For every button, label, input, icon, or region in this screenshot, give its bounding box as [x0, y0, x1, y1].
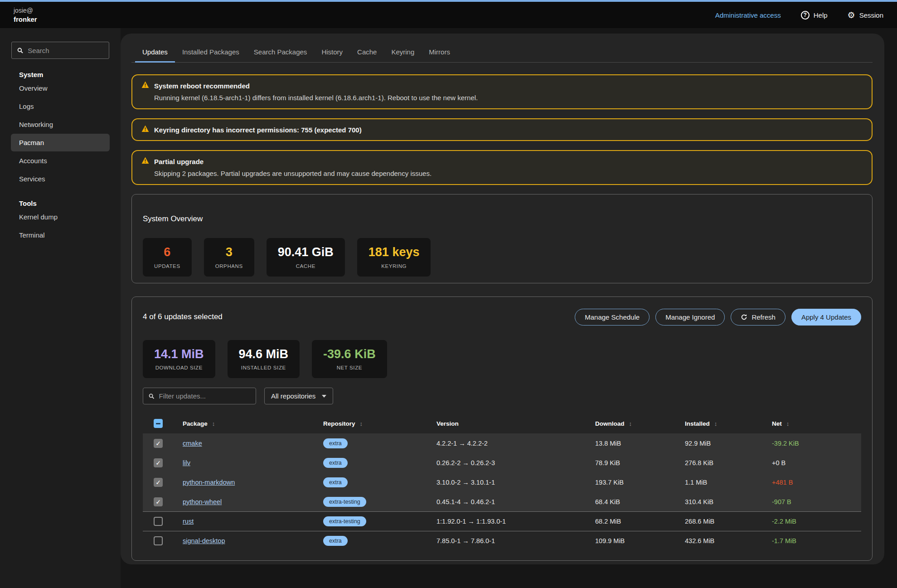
help-label: Help — [814, 11, 828, 19]
sidebar-item-accounts[interactable]: Accounts — [11, 152, 110, 170]
sort-icon: ↕ — [629, 420, 632, 427]
sort-icon: ↕ — [786, 420, 790, 427]
overview-stat-updates: 6UPDATES — [143, 238, 192, 277]
manage-ignored-label: Manage Ignored — [665, 313, 715, 321]
sidebar-search[interactable] — [11, 42, 109, 59]
row-checkbox[interactable]: ✓ — [154, 497, 163, 506]
select-all-header — [143, 417, 183, 433]
warning-icon — [141, 125, 149, 134]
sidebar-item-pacman[interactable]: Pacman — [11, 134, 110, 151]
sidebar-section-system: System — [19, 71, 110, 78]
manage-ignored-button[interactable]: Manage Ignored — [655, 309, 725, 326]
sidebar-search-input[interactable] — [28, 47, 103, 54]
row-select-cell: ✓ — [143, 492, 183, 511]
sidebar-item-networking[interactable]: Networking — [11, 116, 110, 133]
version-cell: 4.2.2-1 → 4.2.2-2 — [436, 433, 595, 453]
sidebar-item-services[interactable]: Services — [11, 170, 110, 188]
overview-stat-keyring: 181 keysKEYRING — [357, 238, 431, 277]
package-link[interactable]: rust — [183, 518, 194, 525]
filter-updates-input[interactable] — [159, 392, 250, 400]
alerts: System reboot recommendedRunning kernel … — [131, 74, 873, 185]
column-header-download[interactable]: Download↕ — [595, 417, 685, 433]
table-row: ✓lilvextra0.26.2-2 → 0.26.2-378.9 KiB276… — [143, 453, 861, 472]
package-cell: python-wheel — [183, 492, 323, 511]
sidebar-item-kernel-dump[interactable]: Kernel dump — [11, 208, 110, 226]
column-header-net[interactable]: Net↕ — [772, 417, 861, 433]
net-cell: -1.7 MiB — [772, 531, 861, 550]
sidebar-item-logs[interactable]: Logs — [11, 97, 110, 115]
package-cell: lilv — [183, 453, 323, 472]
tab-cache[interactable]: Cache — [350, 44, 384, 63]
table-header-row: Package↕Repository↕VersionDownload↕Insta… — [143, 417, 861, 433]
gear-icon: ⚙ — [848, 11, 855, 19]
package-link[interactable]: python-wheel — [183, 498, 222, 505]
package-link[interactable]: python-markdown — [183, 479, 235, 486]
updates-stat-net-size: -39.6 KiBNET SIZE — [312, 340, 387, 379]
repository-badge: extra-testing — [323, 516, 366, 526]
row-checkbox[interactable] — [154, 536, 163, 545]
updates-stat-download-size: 14.1 MiBDOWNLOAD SIZE — [143, 340, 215, 379]
system-overview-card: System Overview 6UPDATES3ORPHANS90.41 Gi… — [131, 194, 873, 283]
manage-schedule-label: Manage Schedule — [585, 313, 640, 321]
row-checkbox[interactable]: ✓ — [154, 478, 163, 487]
package-cell: python-markdown — [183, 472, 323, 492]
row-select-cell — [143, 531, 183, 550]
filter-row: All repositories — [143, 388, 861, 404]
masthead-actions: Administrative access ? Help ⚙ Session — [715, 11, 883, 19]
session-menu[interactable]: ⚙ Session — [848, 11, 883, 19]
row-checkbox[interactable]: ✓ — [154, 439, 163, 448]
filter-search-icon — [149, 393, 155, 399]
tab-search-packages[interactable]: Search Packages — [247, 44, 315, 63]
net-cell: +481 B — [772, 472, 861, 492]
column-header-repository[interactable]: Repository↕ — [323, 417, 436, 433]
repository-cell: extra-testing — [323, 511, 436, 531]
select-all-checkbox[interactable] — [154, 419, 163, 428]
updates-table: Package↕Repository↕VersionDownload↕Insta… — [143, 417, 861, 550]
filter-updates-field[interactable] — [143, 388, 256, 404]
table-row: signal-desktopextra7.85.0-1 → 7.86.0-110… — [143, 531, 861, 550]
row-select-cell: ✓ — [143, 453, 183, 472]
repository-cell: extra — [323, 453, 436, 472]
version-cell: 3.10.0-2 → 3.10.1-1 — [436, 472, 595, 492]
table-row: ✓python-markdownextra3.10.0-2 → 3.10.1-1… — [143, 472, 861, 492]
overview-stat-value: 90.41 GiB — [278, 246, 334, 259]
installed-cell: 1.1 MiB — [685, 472, 772, 492]
warning-alert-title: System reboot recommended — [154, 82, 250, 90]
row-checkbox[interactable] — [154, 517, 163, 526]
sidebar-item-terminal[interactable]: Terminal — [11, 226, 110, 244]
apply-updates-button[interactable]: Apply 4 Updates — [791, 309, 861, 326]
administrative-access-link[interactable]: Administrative access — [715, 11, 781, 19]
package-cell: cmake — [183, 433, 323, 453]
tab-keyring[interactable]: Keyring — [384, 44, 422, 63]
package-link[interactable]: signal-desktop — [183, 537, 225, 544]
tab-mirrors[interactable]: Mirrors — [422, 44, 457, 63]
column-header-package[interactable]: Package↕ — [183, 417, 323, 433]
search-icon — [17, 47, 23, 54]
repository-filter-select[interactable]: All repositories — [264, 388, 333, 404]
overview-stat-label: CACHE — [278, 263, 334, 269]
system-overview-stats: 6UPDATES3ORPHANS90.41 GiBCACHE181 keysKE… — [143, 238, 861, 277]
column-header-installed[interactable]: Installed↕ — [685, 417, 772, 433]
masthead-username: josie@ — [14, 7, 37, 14]
help-menu[interactable]: ? Help — [801, 11, 828, 19]
package-link[interactable]: cmake — [183, 440, 202, 447]
tab-updates[interactable]: Updates — [135, 44, 175, 63]
masthead: josie@ fronker Administrative access ? H… — [0, 2, 897, 28]
repository-badge: extra — [323, 438, 348, 448]
tab-installed-packages[interactable]: Installed Packages — [175, 44, 247, 63]
repository-badge: extra — [323, 536, 348, 546]
updates-actions: Manage Schedule Manage Ignored Refresh — [575, 309, 861, 326]
warning-alert: Partial upgradeSkipping 2 packages. Part… — [131, 150, 873, 185]
row-checkbox[interactable]: ✓ — [154, 458, 163, 467]
warning-alert: System reboot recommendedRunning kernel … — [131, 74, 873, 109]
sidebar-item-overview[interactable]: Overview — [11, 79, 110, 97]
updates-selected-summary: 4 of 6 updates selected — [143, 312, 223, 321]
version-cell: 0.45.1-4 → 0.46.2-1 — [436, 492, 595, 511]
tab-history[interactable]: History — [314, 44, 350, 63]
manage-schedule-button[interactable]: Manage Schedule — [575, 309, 650, 326]
net-cell: -907 B — [772, 492, 861, 511]
package-link[interactable]: lilv — [183, 459, 190, 467]
refresh-button[interactable]: Refresh — [731, 309, 785, 326]
indeterminate-dash-icon — [156, 423, 160, 424]
download-cell: 78.9 KiB — [595, 453, 685, 472]
